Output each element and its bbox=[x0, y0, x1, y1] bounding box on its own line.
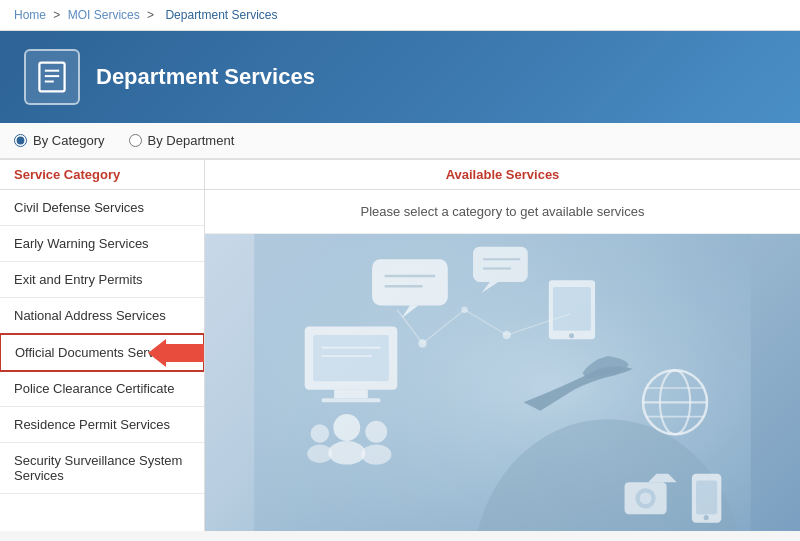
breadcrumb-current: Department Services bbox=[165, 8, 277, 22]
available-services-message: Please select a category to get availabl… bbox=[205, 190, 800, 234]
svg-point-36 bbox=[307, 444, 332, 463]
arrow-indicator bbox=[148, 339, 205, 367]
sidebar-item-residence-permit[interactable]: Residence Permit Services bbox=[0, 407, 204, 443]
breadcrumb-sep2: > bbox=[147, 8, 154, 22]
svg-rect-29 bbox=[696, 481, 717, 515]
arrow-head bbox=[148, 339, 166, 367]
svg-rect-6 bbox=[372, 259, 448, 305]
sidebar-item-security-surveillance[interactable]: Security Surveillance System Services bbox=[0, 443, 204, 494]
hero-svg bbox=[205, 234, 800, 531]
service-category-sidebar: Civil Defense Services Early Warning Ser… bbox=[0, 190, 205, 531]
filter-by-category[interactable]: By Category bbox=[14, 133, 105, 148]
breadcrumb-home[interactable]: Home bbox=[14, 8, 46, 22]
right-panel: Please select a category to get availabl… bbox=[205, 190, 800, 531]
svg-point-30 bbox=[704, 515, 709, 520]
main-content: Civil Defense Services Early Warning Ser… bbox=[0, 190, 800, 531]
svg-rect-17 bbox=[313, 335, 389, 381]
sidebar-item-wrapper-official-docs: Official Documents Services bbox=[0, 333, 204, 372]
svg-point-22 bbox=[569, 333, 574, 338]
filter-by-department[interactable]: By Department bbox=[129, 133, 235, 148]
svg-point-31 bbox=[333, 414, 360, 441]
breadcrumb: Home > MOI Services > Department Service… bbox=[0, 0, 800, 31]
sidebar-item-civil-defense[interactable]: Civil Defense Services bbox=[0, 190, 204, 226]
radio-by-department[interactable] bbox=[129, 134, 142, 147]
page-header: Department Services bbox=[0, 31, 800, 123]
radio-by-category[interactable] bbox=[14, 134, 27, 147]
svg-point-35 bbox=[311, 424, 330, 443]
col-header-available-services: Available Services bbox=[205, 160, 800, 189]
arrow-body bbox=[166, 344, 205, 362]
svg-rect-21 bbox=[553, 287, 591, 331]
hero-area bbox=[205, 234, 800, 531]
sidebar-item-exit-entry[interactable]: Exit and Entry Permits bbox=[0, 262, 204, 298]
breadcrumb-moi[interactable]: MOI Services bbox=[68, 8, 140, 22]
svg-rect-16 bbox=[322, 398, 381, 402]
filter-bar: By Category By Department bbox=[0, 123, 800, 160]
header-icon bbox=[24, 49, 80, 105]
page-title: Department Services bbox=[96, 64, 315, 90]
svg-point-33 bbox=[365, 421, 387, 443]
col-header-service-category: Service Category bbox=[0, 160, 205, 189]
sidebar-item-early-warning[interactable]: Early Warning Services bbox=[0, 226, 204, 262]
svg-point-32 bbox=[328, 441, 365, 465]
svg-rect-10 bbox=[473, 247, 528, 282]
breadcrumb-sep1: > bbox=[53, 8, 60, 22]
svg-rect-15 bbox=[334, 390, 368, 398]
document-icon bbox=[34, 59, 70, 95]
sidebar-item-national-address[interactable]: National Address Services bbox=[0, 298, 204, 334]
svg-point-39 bbox=[640, 492, 652, 504]
sidebar-item-police-clearance[interactable]: Police Clearance Certificate bbox=[0, 371, 204, 407]
svg-point-34 bbox=[361, 444, 391, 464]
column-headers: Service Category Available Services bbox=[0, 160, 800, 190]
